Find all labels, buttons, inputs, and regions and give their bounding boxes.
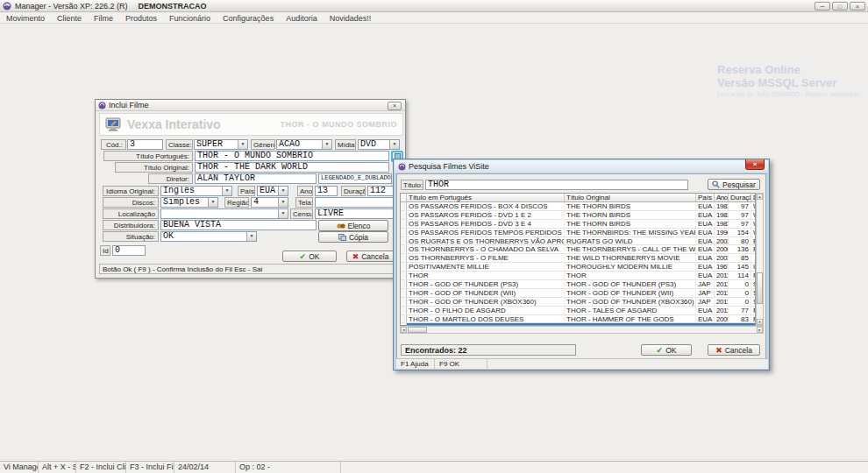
table-row[interactable]: OS PASSAROS FERIDOS TEMPOS PERDIDOS THE … [401, 229, 755, 237]
menu-item[interactable]: Filme [88, 13, 119, 24]
table-row[interactable]: THOR THOR EUA 2011 114 P [401, 272, 755, 280]
cod-field[interactable]: 3 [127, 139, 163, 150]
menu-item[interactable]: Novidades!! [324, 13, 378, 24]
scroll-left-icon[interactable]: ◄ [401, 327, 407, 333]
ano-field[interactable]: 13 [315, 186, 338, 196]
table-row[interactable]: THOR - O FILHO DE ASGARD THOR - TALES OF… [401, 307, 755, 315]
pais-select[interactable]: EUA▼ [257, 186, 288, 196]
titulo-portugues-label: Título Português: [103, 151, 193, 161]
close-icon[interactable]: × [850, 2, 865, 11]
row-selector [401, 315, 407, 323]
menu-item[interactable]: Cliente [51, 13, 88, 24]
close-icon[interactable]: × [388, 102, 402, 110]
vertical-scrollbar[interactable]: ▲ ▼ [756, 193, 764, 326]
titulo-search-label: Título: [401, 180, 423, 190]
ano-label: Ano: [297, 186, 313, 196]
audio-field[interactable]: LEGENDADO_E_DUBLADO [318, 173, 392, 184]
titulo-portugues-field[interactable]: THOR - O MUNDO SOMBRIO [195, 151, 389, 161]
status-inclui-filme: F3 - Inclui Filme [126, 462, 174, 473]
table-body: OS PASSAROS FERIDOS - BOX 4 DISCOS THE T… [401, 202, 755, 326]
genero-label: Gênero: [251, 139, 275, 150]
chevron-down-icon[interactable]: ▼ [389, 140, 399, 149]
table-row[interactable]: POSITIVAMENTE MILLIE THOROUGHLY MODERN M… [401, 263, 755, 272]
elenco-icon [337, 222, 345, 229]
x-icon: ✖ [352, 252, 359, 261]
hscroll-thumb[interactable] [408, 327, 427, 333]
titulo-search-input[interactable]: THOR [425, 180, 688, 190]
idioma-select[interactable]: Inglês▼ [160, 186, 232, 196]
chevron-down-icon[interactable]: ▼ [322, 140, 331, 149]
menu-item[interactable]: Configurações [217, 13, 280, 24]
col-titulo-original[interactable]: Título Original [565, 194, 696, 201]
row-selector [401, 307, 407, 314]
check-icon: ✔ [657, 346, 664, 355]
diretor-label: Diretor: [148, 173, 193, 184]
table-row[interactable]: OS THORNBERRYS - O CHAMADO DA SELVA THE … [401, 245, 755, 254]
menu-item[interactable]: Movimento [0, 13, 51, 24]
copia-button[interactable]: Cópia [318, 231, 388, 243]
distribuidora-label: Distribuidora: [103, 220, 159, 230]
chevron-down-icon[interactable]: ▼ [246, 232, 256, 241]
elenco-button[interactable]: Elenco [318, 220, 388, 231]
maximize-icon[interactable]: □ [832, 2, 848, 11]
chevron-down-icon[interactable]: ▼ [278, 187, 288, 195]
vscroll-thumb[interactable] [757, 272, 763, 304]
duracao-field[interactable]: 112 [367, 186, 394, 196]
id-field[interactable]: 0 [112, 245, 146, 256]
row-selector [401, 202, 407, 210]
row-selector [401, 254, 407, 262]
col-titulo-portugues[interactable]: Título em Português [407, 194, 565, 201]
table-row[interactable]: OS PASSAROS FERIDOS - DVD 3 E 4 THE THOR… [401, 220, 755, 229]
titulo-original-field[interactable]: THOR - THE DARK WORLD [195, 162, 389, 173]
censura-field[interactable]: LIVRE [315, 208, 398, 219]
ok-button[interactable]: ✔ OK [282, 251, 337, 262]
situacao-select[interactable]: OK▼ [160, 231, 257, 242]
brand-current-title: THOR - O MUNDO SOMBRIO [281, 120, 398, 129]
localizacao-select[interactable]: ▼ [160, 208, 288, 219]
cancel-button[interactable]: ✖ Cancela [708, 344, 760, 356]
status-inclui-cliente: F2 - Inclui Cliente [76, 462, 126, 473]
brand-name: Vexxa Interativo [127, 117, 221, 131]
horizontal-scrollbar[interactable]: ◄ ► [400, 326, 764, 334]
chevron-down-icon[interactable]: ▼ [278, 198, 288, 207]
table-row[interactable]: THOR - GOD OF THUNDER (XBOX360) THOR - G… [401, 298, 755, 307]
distribuidora-field[interactable]: BUENA VISTA [160, 220, 317, 230]
dialog-logo-icon [98, 102, 106, 109]
ok-button[interactable]: ✔ OK [641, 344, 692, 356]
table-row[interactable]: THOR - GOD OF THUNDER (WII) THOR - GOD O… [401, 289, 755, 298]
regiao-select[interactable]: 4▼ [251, 197, 288, 208]
idioma-label: Idioma Original: [103, 186, 159, 196]
diretor-field[interactable]: ALAN TAYLOR [195, 173, 317, 184]
menu-item[interactable]: Auditoria [280, 13, 324, 24]
chevron-down-icon[interactable]: ▼ [208, 198, 217, 207]
cancel-button[interactable]: ✖ Cancela [346, 251, 395, 262]
table-row[interactable]: THOR - GOD OF THUNDER (PS3) THOR - GOD O… [401, 280, 755, 289]
menu-item[interactable]: Produtos [119, 13, 163, 24]
scroll-right-icon[interactable]: ► [757, 327, 763, 333]
brand-band: Vexxa Interativo THOR - O MUNDO SOMBRIO [99, 113, 403, 136]
col-pais[interactable]: País [696, 194, 715, 201]
table-row[interactable]: OS THORNBERRYS - O FILME THE WILD THORNB… [401, 254, 755, 263]
discos-select[interactable]: Simples▼ [160, 197, 218, 208]
midia-select[interactable]: DVD▼ [358, 139, 400, 150]
tela-field[interactable] [315, 197, 398, 208]
pesquisar-button[interactable]: Pesquisar [708, 179, 760, 190]
genero-select[interactable]: ACAO▼ [276, 139, 332, 150]
chevron-down-icon[interactable]: ▼ [222, 187, 231, 195]
table-row[interactable]: THOR - O MARTELO DOS DEUSES THOR - HAMME… [401, 315, 755, 324]
scroll-down-icon[interactable]: ▼ [757, 319, 763, 325]
classe-select[interactable]: SUPER▼ [194, 139, 248, 150]
scroll-up-icon[interactable]: ▲ [757, 194, 763, 200]
table-row[interactable]: OS PASSAROS FERIDOS - BOX 4 DISCOS THE T… [401, 202, 755, 211]
table-row[interactable]: OS PASSAROS FERIDOS - DVD 1 E 2 THE THOR… [401, 211, 755, 220]
censura-label: Censura: [290, 208, 313, 219]
chevron-down-icon[interactable]: ▼ [238, 140, 247, 149]
chevron-down-icon[interactable]: ▼ [278, 209, 288, 218]
app-logo-icon [3, 2, 11, 11]
col-duracao[interactable]: Duraçã [729, 194, 751, 201]
col-ano[interactable]: Ano [715, 194, 729, 201]
row-selector [401, 220, 407, 228]
menu-item[interactable]: Funcionário [163, 13, 217, 24]
minimize-icon[interactable]: ─ [815, 2, 830, 11]
table-row[interactable]: OS RUGRATS E OS THORNBERRYS VÃO APRONTAR… [401, 237, 755, 246]
